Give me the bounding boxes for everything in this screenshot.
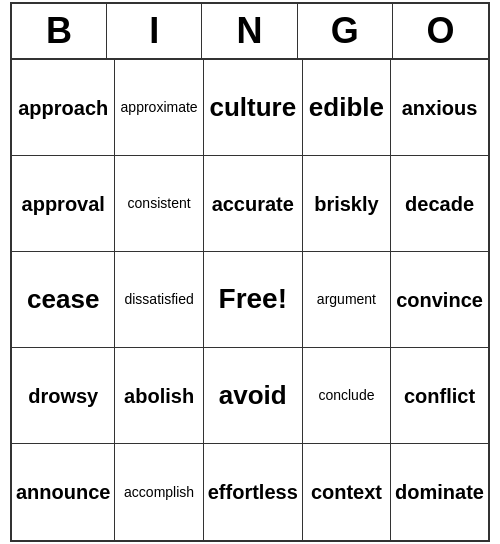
cell-text: consistent <box>128 194 191 212</box>
bingo-cell[interactable]: anxious <box>391 60 488 156</box>
cell-text: cease <box>27 283 99 317</box>
bingo-cell[interactable]: accomplish <box>115 444 203 540</box>
cell-text: edible <box>309 91 384 125</box>
cell-text: accurate <box>212 191 294 217</box>
bingo-cell[interactable]: conflict <box>391 348 488 444</box>
cell-text: effortless <box>208 479 298 505</box>
bingo-cell[interactable]: announce <box>12 444 115 540</box>
cell-text: announce <box>16 479 110 505</box>
cell-text: anxious <box>402 95 478 121</box>
bingo-header: BINGO <box>12 4 488 60</box>
bingo-cell[interactable]: decade <box>391 156 488 252</box>
bingo-cell[interactable]: approximate <box>115 60 203 156</box>
cell-text: culture <box>209 91 296 125</box>
bingo-cell[interactable]: conclude <box>303 348 391 444</box>
cell-text: convince <box>396 287 483 313</box>
bingo-cell[interactable]: culture <box>204 60 303 156</box>
cell-text: approach <box>18 95 108 121</box>
bingo-cell[interactable]: argument <box>303 252 391 348</box>
cell-text: argument <box>317 290 376 308</box>
bingo-cell[interactable]: drowsy <box>12 348 115 444</box>
bingo-cell[interactable]: convince <box>391 252 488 348</box>
bingo-card: BINGO approachapproximatecultureediblean… <box>10 2 490 542</box>
header-letter: I <box>107 4 202 58</box>
bingo-cell[interactable]: dissatisfied <box>115 252 203 348</box>
bingo-cell[interactable]: Free! <box>204 252 303 348</box>
bingo-cell[interactable]: approach <box>12 60 115 156</box>
bingo-cell[interactable]: approval <box>12 156 115 252</box>
bingo-cell[interactable]: effortless <box>204 444 303 540</box>
cell-text: drowsy <box>28 383 98 409</box>
header-letter: N <box>202 4 297 58</box>
bingo-cell[interactable]: cease <box>12 252 115 348</box>
cell-text: conflict <box>404 383 475 409</box>
bingo-grid: approachapproximatecultureedibleanxiousa… <box>12 60 488 540</box>
header-letter: B <box>12 4 107 58</box>
bingo-cell[interactable]: edible <box>303 60 391 156</box>
bingo-cell[interactable]: consistent <box>115 156 203 252</box>
bingo-cell[interactable]: dominate <box>391 444 488 540</box>
cell-text: accomplish <box>124 483 194 501</box>
bingo-cell[interactable]: abolish <box>115 348 203 444</box>
bingo-cell[interactable]: accurate <box>204 156 303 252</box>
cell-text: avoid <box>219 379 287 413</box>
cell-text: Free! <box>219 281 287 317</box>
cell-text: context <box>311 479 382 505</box>
header-letter: O <box>393 4 488 58</box>
cell-text: abolish <box>124 383 194 409</box>
cell-text: dissatisfied <box>124 290 193 308</box>
cell-text: conclude <box>318 386 374 404</box>
bingo-cell[interactable]: briskly <box>303 156 391 252</box>
cell-text: approval <box>22 191 105 217</box>
cell-text: dominate <box>395 479 484 505</box>
bingo-cell[interactable]: avoid <box>204 348 303 444</box>
cell-text: decade <box>405 191 474 217</box>
header-letter: G <box>298 4 393 58</box>
cell-text: approximate <box>121 98 198 116</box>
cell-text: briskly <box>314 191 378 217</box>
bingo-cell[interactable]: context <box>303 444 391 540</box>
